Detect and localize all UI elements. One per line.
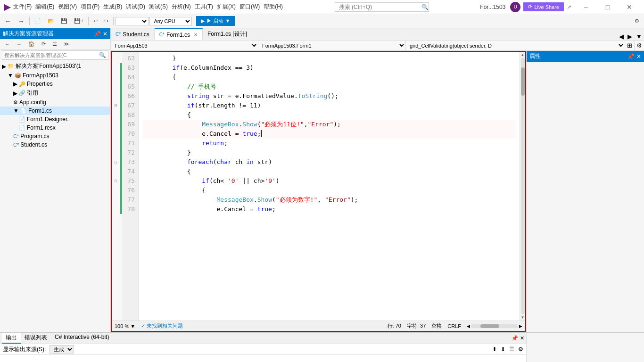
hscroll-left[interactable]: ◀	[467, 324, 470, 329]
menu-tools[interactable]: 工具(T)	[195, 3, 213, 11]
menu-view[interactable]: 视图(V)	[58, 3, 77, 11]
properties-content	[527, 62, 644, 332]
collapse-76	[112, 186, 120, 195]
hscroll-thumb[interactable]	[480, 324, 499, 328]
maximize-button[interactable]: □	[597, 0, 619, 14]
back-button[interactable]: ←	[2, 16, 14, 26]
save-button[interactable]: 💾	[58, 17, 70, 25]
tree-item-appconfig[interactable]: ⚙ App.config	[0, 98, 110, 107]
minimize-button[interactable]: –	[575, 0, 597, 14]
collapse-74	[112, 167, 120, 176]
ln-75: 75	[126, 176, 135, 186]
editor-hscrollbar[interactable]: ◀ ▶	[467, 324, 522, 329]
formapp-expand-icon: ▼	[8, 72, 13, 79]
scrollbar-thumb[interactable]	[521, 67, 525, 96]
scrollbar-track[interactable]	[521, 58, 525, 314]
tree-item-formapp[interactable]: ▼ 📦 FormApp1503	[0, 71, 110, 80]
forward-button[interactable]: →	[15, 16, 27, 26]
collapse-73[interactable]: ⊟	[112, 157, 120, 167]
cpu-config-select[interactable]: Any CPU	[149, 17, 192, 25]
tab-form1cs-close[interactable]: ✕	[194, 32, 198, 37]
code-content[interactable]: } if(e.ColumnIndex == 3) { // 手机号 string…	[139, 52, 520, 321]
tab-form1design[interactable]: Form1.cs [设计]	[203, 28, 252, 40]
menu-window[interactable]: 窗口(W)	[239, 3, 260, 11]
se-back-btn[interactable]: ←	[2, 41, 13, 48]
bottom-tab-errors[interactable]: 错误列表	[21, 333, 51, 344]
code-nav-namespace[interactable]: FormApp1503	[111, 41, 258, 50]
output-btn1[interactable]: ⬆	[492, 346, 497, 353]
hscroll-right[interactable]: ▶	[519, 324, 522, 329]
menu-build[interactable]: 生成(B)	[103, 3, 122, 11]
window-title: For...1503	[480, 4, 505, 10]
open-file-button[interactable]: 📂	[45, 17, 57, 25]
collapse-75[interactable]: ⊟	[112, 176, 120, 186]
output-source-select[interactable]: 生成	[50, 345, 74, 354]
se-home-btn[interactable]: 🏠	[25, 40, 38, 48]
bottom-pin-btn[interactable]: 📌	[512, 335, 518, 341]
menu-project[interactable]: 项目(P)	[81, 3, 99, 11]
se-filter-btn[interactable]: ☰	[50, 40, 60, 48]
collapse-64	[112, 73, 120, 82]
close-button[interactable]: ✕	[619, 0, 640, 14]
se-search-input[interactable]	[2, 51, 97, 59]
toolbar-extra-button[interactable]: ⚙	[632, 17, 642, 25]
editor-scrollbar[interactable]: ▲ ▼	[520, 52, 525, 321]
properties-icon: 🔑	[19, 81, 25, 87]
liveshare-button[interactable]: ⟳ Live Share	[523, 2, 564, 11]
code-nav-class[interactable]: FormApp1503.Form1	[258, 41, 406, 50]
new-file-button[interactable]: 📄	[32, 17, 44, 25]
tree-item-properties[interactable]: ▶ 🔑 Properties	[0, 80, 110, 88]
code-nav-method[interactable]: grid_CellValidating(object sender, D	[406, 41, 625, 50]
se-forward-btn[interactable]: →	[14, 41, 25, 48]
code-nav-btn1[interactable]: ⊞	[625, 41, 634, 50]
bottom-tab-output[interactable]: 输出	[2, 333, 21, 344]
se-more-btn[interactable]: ≫	[61, 40, 72, 48]
menu-edit[interactable]: 编辑(E)	[35, 3, 54, 11]
se-sync-btn[interactable]: ⟳	[39, 40, 49, 48]
tree-item-programcs[interactable]: C* Program.cs	[0, 132, 110, 140]
code-line-66: string str = e.FormattedValue.ToString()…	[143, 91, 516, 101]
zoom-dropdown-icon[interactable]: ▼	[130, 323, 135, 329]
bottom-close-btn[interactable]: ✕	[520, 335, 524, 341]
tree-item-studentcs[interactable]: C* Student.cs	[0, 140, 110, 149]
scrollbar-up-btn[interactable]: ▲	[521, 53, 525, 57]
tree-item-form1resx[interactable]: 📄 Form1.resx	[0, 123, 110, 132]
debug-config-select[interactable]: Debug	[116, 17, 149, 25]
code-nav-btn2[interactable]: ⚙	[634, 41, 644, 50]
search-input[interactable]	[335, 2, 429, 12]
menu-test[interactable]: 测试(S)	[149, 3, 168, 11]
tab-form1cs[interactable]: C* Form1.cs ✕	[155, 28, 203, 40]
props-pin-icon[interactable]: 📌	[627, 53, 635, 60]
tree-item-form1designer[interactable]: 📄 Form1.Designer.	[0, 115, 110, 123]
menu-help[interactable]: 帮助(H)	[264, 3, 283, 11]
redo-button[interactable]: ↪	[101, 17, 111, 25]
menu-analyze[interactable]: 分析(N)	[172, 3, 191, 11]
tree-item-refs[interactable]: ▶ 🔗 引用	[0, 88, 110, 98]
scrollbar-down-btn[interactable]: ▼	[521, 315, 525, 320]
bottom-tab-interactive[interactable]: C# Interactive (64-bit)	[51, 333, 113, 344]
output-btn2[interactable]: ⬇	[501, 346, 505, 353]
tree-item-form1cs[interactable]: ▼ 📄 Form1.cs	[0, 107, 110, 115]
tab-studentcs-icon: C*	[116, 32, 121, 37]
menu-file[interactable]: 文件(F)	[13, 3, 32, 11]
se-close-icon[interactable]: ✕	[103, 31, 107, 37]
tree-item-solution[interactable]: ▶ 📁 解决方案'FormApp1503'(1	[0, 61, 110, 71]
props-close-icon[interactable]: ✕	[636, 53, 641, 60]
collapse-72	[112, 148, 120, 157]
code-line-70: e.Cancel = true;	[143, 129, 516, 139]
save-all-button[interactable]: 💾+	[71, 17, 86, 25]
output-btn4[interactable]: ⚙	[518, 346, 523, 353]
editor-dropdown[interactable]: ▼	[634, 33, 644, 40]
menu-debug[interactable]: 调试(D)	[126, 3, 145, 11]
se-pin-icon[interactable]: 📌	[94, 31, 101, 37]
editor-scroll-left[interactable]: ◀	[617, 33, 626, 40]
output-btn3[interactable]: ☰	[509, 346, 514, 353]
menu-extensions[interactable]: 扩展(X)	[217, 3, 236, 11]
zoom-level[interactable]: 100 % ▼	[115, 323, 135, 329]
editor-scroll-right[interactable]: ▶	[626, 33, 634, 40]
status-crlf[interactable]: CRLF	[447, 323, 461, 329]
collapse-67[interactable]: ⊟	[112, 101, 120, 110]
tab-studentcs[interactable]: C* Student.cs	[111, 28, 155, 40]
undo-button[interactable]: ↩	[91, 17, 100, 25]
start-button[interactable]: ▶ ▶ 启动 ▼	[196, 16, 235, 26]
